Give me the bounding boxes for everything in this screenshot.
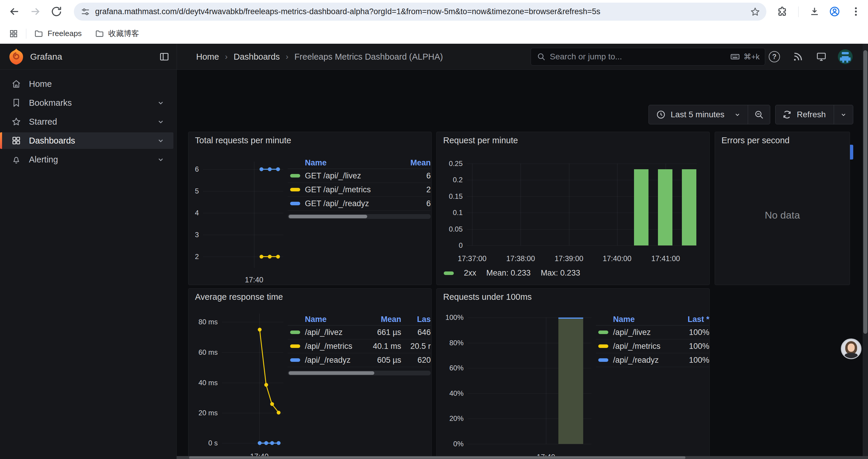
legend-column-header[interactable]: Name [613,315,674,324]
panel-title[interactable]: Requests under 100ms [443,292,532,302]
legend-row[interactable]: /api/_/readyz100% [596,353,709,367]
monitor-icon[interactable] [816,51,827,62]
bar[interactable] [558,318,583,444]
legend-column-header[interactable]: Mean [401,158,431,167]
legend-footer[interactable]: 2xxMean: 0.233Max: 0.233 [444,268,580,277]
legend-row[interactable]: /api/_/readyz605 µs620 [288,353,431,367]
sidebar-item-starred[interactable]: Starred [0,113,174,130]
reload-icon[interactable] [50,5,63,18]
series-color-chip [598,345,608,348]
time-range-picker[interactable]: Last 5 minutes [649,105,748,124]
profile-icon[interactable] [829,6,840,17]
user-avatar[interactable] [838,49,852,64]
series-name: GET /api/_/readyz [305,199,401,208]
refresh-interval-button[interactable] [834,105,853,124]
legend-scrollbar-thumb[interactable] [289,215,367,218]
data-point[interactable] [276,167,280,171]
x-tick-label: 17:40 [245,275,264,284]
apps-grid-icon[interactable] [9,29,18,38]
series-color-chip [290,188,300,191]
legend-column-header[interactable]: Name [305,315,354,324]
legend-scrollbar[interactable] [288,371,431,375]
sidebar-item-home[interactable]: Home [0,76,174,92]
legend-row[interactable]: /api/_/livez661 µs646 [288,326,431,339]
sidebar-item-dashboards[interactable]: Dashboards [0,132,174,149]
data-point[interactable] [270,441,274,445]
legend-row[interactable]: /api/_/livez100% [596,326,709,339]
y-tick-label: 20% [450,415,464,423]
panel-title[interactable]: Request per minute [443,136,518,145]
legend-scrollbar-thumb[interactable] [289,371,374,375]
search-shortcut: ⌘+k [744,52,760,61]
y-tick-label: 40% [450,389,464,398]
data-point[interactable] [277,441,281,445]
data-point[interactable] [264,441,268,445]
bookmark-icon [11,98,21,108]
chevron-down-icon[interactable] [156,98,165,107]
series-name: GET /api/_/livez [305,171,401,181]
site-info-icon[interactable] [80,7,90,17]
bookmark-item[interactable]: Freeleaps [34,29,82,38]
assistant-avatar[interactable] [841,338,862,359]
legend-footer-mean: Mean: 0.233 [486,268,531,277]
legend-row[interactable]: /api/_/metrics40.1 ms20.5 r [288,339,431,353]
legend-scrollbar[interactable] [288,214,431,219]
panel-title[interactable]: Errors per second [721,136,790,145]
legend-row[interactable]: GET /api/_/readyz6 [288,197,431,210]
vertical-scrollbar-thumb[interactable] [863,50,867,334]
menu-kebab-icon[interactable] [850,6,862,17]
legend-row[interactable]: /api/_/metrics100% [596,339,709,353]
sidebar-item-bookmarks[interactable]: Bookmarks [0,95,174,111]
bookmark-star-icon[interactable] [750,6,761,17]
zoom-out-button[interactable] [748,105,770,124]
panel-title[interactable]: Average response time [195,292,283,302]
legend-column-header[interactable]: Las [401,315,431,324]
panel-title[interactable]: Total requests per minute [195,136,291,145]
chevron-down-icon[interactable] [156,136,165,145]
legend-header-row: NameMeanLas [288,314,431,326]
search-input[interactable] [549,52,730,62]
sidebar-item-label: Bookmarks [29,98,156,108]
data-point[interactable] [260,167,264,171]
chevron-down-icon[interactable] [156,155,165,164]
x-tick-label: 17:39:00 [555,254,583,263]
sidebar-item-alerting[interactable]: Alerting [0,151,174,168]
keyboard-icon [730,52,740,62]
y-tick-label: 2 [195,253,199,261]
url-input[interactable] [95,7,750,17]
legend-column-header[interactable]: Last * [674,315,709,324]
breadcrumb-item[interactable]: Home [196,52,219,62]
bookmark-item[interactable]: 收藏博客 [95,28,139,39]
y-tick-label: 60% [450,364,464,372]
legend-column-header[interactable]: Name [305,158,401,167]
series-value: 605 µs [354,356,401,365]
series-name: /api/_/livez [305,328,354,337]
search-box[interactable]: ⌘+k [531,48,765,66]
news-rss-icon[interactable] [792,51,803,62]
bar[interactable] [658,169,672,245]
grafana-brand[interactable]: Grafana [30,44,62,70]
downloads-icon[interactable] [809,6,820,17]
sidebar-item-label: Home [29,79,174,89]
refresh-button[interactable]: Refresh [776,105,834,124]
breadcrumb-item[interactable]: Dashboards [234,52,280,62]
forward-icon[interactable] [29,5,41,18]
horizontal-scrollbar-thumb[interactable] [189,456,685,459]
legend-column-header[interactable]: Mean [354,315,401,324]
url-bar[interactable] [74,3,766,21]
sidebar-item-label: Dashboards [29,136,156,145]
series-name: /api/_/readyz [305,356,354,365]
bar[interactable] [682,169,696,245]
help-icon[interactable]: ? [769,51,780,62]
data-point[interactable] [268,167,272,171]
sidebar-toggle-icon[interactable] [159,52,169,62]
legend-row[interactable]: GET /api/_/metrics2 [288,183,431,197]
back-icon[interactable] [8,5,21,18]
grafana-logo-icon[interactable] [8,48,24,65]
extensions-icon[interactable] [777,6,788,17]
bar[interactable] [634,169,648,245]
data-point[interactable] [258,441,261,445]
chevron-down-icon[interactable] [156,117,165,126]
legend-row[interactable]: GET /api/_/livez6 [288,169,431,183]
home-icon [11,79,21,89]
